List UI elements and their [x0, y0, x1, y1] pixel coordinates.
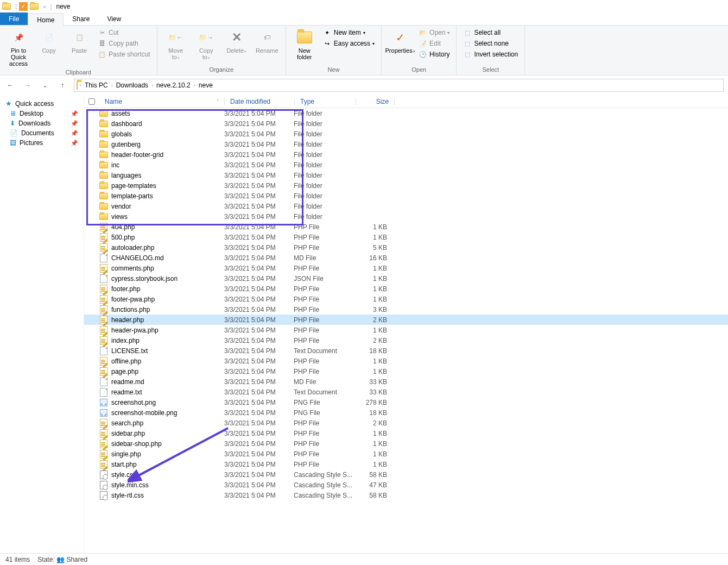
copyto-button[interactable]: 📁→Copy to — [192, 28, 220, 62]
file-row[interactable]: 500.php3/3/2021 5:04 PMPHP File1 KB — [84, 232, 728, 242]
file-row[interactable]: template-parts3/3/2021 5:04 PMFile folde… — [84, 191, 728, 201]
selectall-button[interactable]: ⬚Select all — [461, 28, 520, 37]
moveto-button[interactable]: 📁←Move to — [162, 28, 190, 62]
file-row[interactable]: search.php3/3/2021 5:04 PMPHP File2 KB — [84, 418, 728, 428]
qat-newfolder-icon[interactable] — [30, 2, 39, 11]
crumb-thispc[interactable]: This PC — [84, 81, 109, 89]
file-name: readme.md — [111, 378, 144, 386]
file-type: PNG File — [294, 409, 354, 417]
open-icon: 📂 — [419, 28, 427, 37]
file-row[interactable]: screenshot-mobile.png3/3/2021 5:04 PMPNG… — [84, 407, 728, 418]
folder-icon — [99, 212, 108, 221]
group-organize: 📁←Move to 📁→Copy to ✕Delete 🏷Rename Orga… — [157, 26, 286, 75]
file-row[interactable]: index.php3/3/2021 5:04 PMPHP File2 KB — [84, 335, 728, 346]
file-row[interactable]: autoloader.php3/3/2021 5:04 PMPHP File5 … — [84, 242, 728, 253]
tab-share[interactable]: Share — [64, 12, 98, 25]
file-row[interactable]: inc3/3/2021 5:04 PMFile folder — [84, 160, 728, 170]
file-row[interactable]: vendor3/3/2021 5:04 PMFile folder — [84, 201, 728, 211]
crumb-downloads[interactable]: Downloads — [115, 81, 149, 89]
recent-dropdown[interactable]: ⌄ — [39, 79, 51, 91]
file-row[interactable]: LICENSE.txt3/3/2021 5:04 PMText Document… — [84, 346, 728, 356]
file-row[interactable]: globals3/3/2021 5:04 PMFile folder — [84, 129, 728, 139]
col-type[interactable]: Type — [295, 98, 356, 105]
file-row[interactable]: style-rtl.css3/3/2021 5:04 PMCascading S… — [84, 490, 728, 500]
file-date: 3/3/2021 5:04 PM — [224, 481, 294, 489]
file-row[interactable]: views3/3/2021 5:04 PMFile folder — [84, 211, 728, 222]
address-bar[interactable]: › This PC › Downloads › neve.2.10.2 › ne… — [74, 79, 724, 92]
col-name[interactable]: Name˄ — [99, 98, 224, 105]
file-row[interactable]: page.php3/3/2021 5:04 PMPHP File1 KB — [84, 366, 728, 376]
file-date: 3/3/2021 5:04 PM — [224, 275, 294, 282]
history-button[interactable]: 🕑History — [416, 49, 452, 59]
file-row[interactable]: style.css3/3/2021 5:04 PMCascading Style… — [84, 469, 728, 480]
col-size[interactable]: Size — [356, 98, 394, 105]
file-row[interactable]: start.php3/3/2021 5:04 PMPHP File1 KB — [84, 459, 728, 469]
file-type: File folder — [294, 172, 354, 179]
col-date[interactable]: Date modified — [225, 98, 294, 105]
sidebar-quickaccess[interactable]: ★ Quick access — [0, 98, 84, 109]
crumb-zip[interactable]: neve.2.10.2 — [155, 81, 192, 89]
up-button[interactable]: ↑ — [56, 79, 68, 91]
file-row[interactable]: cypress.storybook.json3/3/2021 5:04 PMJS… — [84, 273, 728, 284]
file-row[interactable]: footer.php3/3/2021 5:04 PMPHP File1 KB — [84, 284, 728, 294]
rename-button[interactable]: 🏷Rename — [253, 28, 281, 55]
newfolder-button[interactable]: New folder — [290, 28, 319, 61]
sidebar-item-downloads[interactable]: ⬇ Downloads 📌 — [0, 118, 84, 128]
crumb-current[interactable]: neve — [198, 81, 214, 89]
file-name: autoloader.php — [111, 244, 154, 252]
file-row[interactable]: header.php3/3/2021 5:04 PMPHP File2 KB — [84, 315, 728, 325]
file-row[interactable]: functions.php3/3/2021 5:04 PMPHP File3 K… — [84, 304, 728, 315]
file-row[interactable]: screenshot.png3/3/2021 5:04 PMPNG File27… — [84, 397, 728, 407]
cut-button[interactable]: ✂Cut — [96, 28, 153, 37]
file-row[interactable]: offline.php3/3/2021 5:04 PMPHP File1 KB — [84, 356, 728, 366]
file-row[interactable]: languages3/3/2021 5:04 PMFile folder — [84, 170, 728, 180]
file-row[interactable]: comments.php3/3/2021 5:04 PMPHP File1 KB — [84, 263, 728, 273]
file-row[interactable]: header-pwa.php3/3/2021 5:04 PMPHP File1 … — [84, 325, 728, 335]
tab-file[interactable]: File — [0, 12, 28, 25]
select-all-checkbox[interactable] — [88, 98, 95, 105]
open-button[interactable]: 📂Open — [416, 28, 452, 37]
file-row[interactable]: sidebar.php3/3/2021 5:04 PMPHP File1 KB — [84, 428, 728, 438]
col-sep[interactable] — [394, 98, 395, 105]
file-row[interactable]: header-footer-grid3/3/2021 5:04 PMFile f… — [84, 149, 728, 160]
invert-button[interactable]: ⬚Invert selection — [461, 49, 520, 59]
file-size: 2 KB — [354, 419, 393, 427]
file-date: 3/3/2021 5:04 PM — [224, 471, 294, 479]
copy-button[interactable]: 📄 Copy — [35, 28, 63, 55]
file-row[interactable]: footer-pwa.php3/3/2021 5:04 PMPHP File1 … — [84, 294, 728, 304]
pasteshort-button[interactable]: 📋Paste shortcut — [96, 49, 153, 59]
edit-button[interactable]: 📝Edit — [416, 39, 452, 48]
file-size: 1 KB — [354, 450, 393, 458]
file-row[interactable]: readme.md3/3/2021 5:04 PMMD File33 KB — [84, 376, 728, 387]
qat-properties-icon[interactable]: ✓ — [19, 2, 28, 11]
copypath-button[interactable]: 🛤Copy path — [96, 39, 153, 48]
delete-button[interactable]: ✕Delete — [223, 28, 251, 56]
sidebar-item-documents[interactable]: 📄 Documents 📌 — [0, 128, 84, 138]
file-row[interactable]: sidebar-shop.php3/3/2021 5:04 PMPHP File… — [84, 438, 728, 449]
pin-quick-access-button[interactable]: 📌 Pin to Quick access — [4, 28, 33, 68]
file-row[interactable]: page-templates3/3/2021 5:04 PMFile folde… — [84, 180, 728, 191]
forward-button[interactable]: → — [22, 79, 34, 91]
file-name: inc — [111, 161, 119, 169]
properties-button[interactable]: ✓Properties — [386, 28, 414, 56]
paste-button[interactable]: 📋 Paste — [65, 28, 93, 55]
file-row[interactable]: assets3/3/2021 5:04 PMFile folder — [84, 108, 728, 118]
qat-customize-icon[interactable]: = — [43, 4, 46, 9]
file-date: 3/3/2021 5:04 PM — [224, 120, 294, 128]
file-row[interactable]: single.php3/3/2021 5:04 PMPHP File1 KB — [84, 449, 728, 459]
easyaccess-button[interactable]: ↪Easy access — [321, 39, 377, 48]
file-row[interactable]: 404.php3/3/2021 5:04 PMPHP File1 KB — [84, 222, 728, 232]
tab-view[interactable]: View — [98, 12, 130, 25]
back-button[interactable]: ← — [4, 79, 16, 91]
sidebar-item-pictures[interactable]: 🖼 Pictures 📌 — [0, 138, 84, 148]
newitem-button[interactable]: ✦New item — [321, 28, 377, 37]
file-row[interactable]: style.min.css3/3/2021 5:04 PMCascading S… — [84, 480, 728, 490]
col-check[interactable] — [84, 98, 99, 105]
selectnone-button[interactable]: ⬚Select none — [461, 39, 520, 48]
file-row[interactable]: gutenberg3/3/2021 5:04 PMFile folder — [84, 139, 728, 149]
sidebar-item-desktop[interactable]: 🖥 Desktop 📌 — [0, 109, 84, 118]
file-row[interactable]: CHANGELOG.md3/3/2021 5:04 PMMD File16 KB — [84, 253, 728, 263]
file-row[interactable]: dashboard3/3/2021 5:04 PMFile folder — [84, 118, 728, 129]
file-row[interactable]: readme.txt3/3/2021 5:04 PMText Document3… — [84, 387, 728, 397]
tab-home[interactable]: Home — [28, 13, 64, 26]
